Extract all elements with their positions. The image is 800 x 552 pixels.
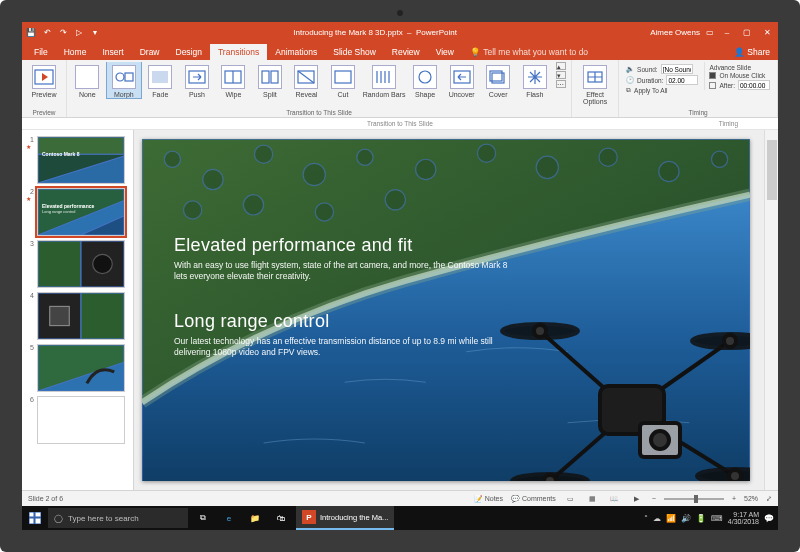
store-icon[interactable]: 🛍 [270, 507, 292, 529]
keyboard-icon[interactable]: ⌨ [711, 514, 723, 523]
tab-review[interactable]: Review [384, 44, 428, 60]
vertical-scrollbar[interactable] [764, 130, 778, 490]
undo-icon[interactable]: ↶ [42, 27, 52, 37]
none-icon [75, 65, 99, 89]
slide-body-1[interactable]: With an easy to use flight system, state… [174, 260, 508, 283]
start-button[interactable] [26, 509, 44, 527]
zoom-slider[interactable] [664, 498, 724, 500]
effect-options-button[interactable]: Effect Options [575, 62, 615, 105]
onedrive-icon[interactable]: ☁ [653, 514, 661, 523]
svg-rect-10 [335, 71, 351, 83]
on-click-checkbox[interactable] [709, 72, 716, 79]
thumbnail-5[interactable]: 5 [22, 342, 133, 394]
maximize-button[interactable]: ▢ [740, 28, 754, 37]
slide-canvas-area[interactable]: Elevated performance and fit With an eas… [134, 130, 778, 490]
transition-none[interactable]: None [70, 62, 105, 98]
notes-button[interactable]: 📝 Notes [474, 495, 503, 503]
slideshow-view-icon[interactable]: ▶ [630, 493, 644, 505]
sound-select[interactable] [661, 64, 693, 74]
battery-icon[interactable]: 🔋 [696, 514, 706, 523]
tab-file[interactable]: File [26, 44, 56, 60]
thumbnail-2[interactable]: 2★ Elevated performanceLong range contro… [22, 186, 133, 238]
start-slideshow-icon[interactable]: ▷ [74, 27, 84, 37]
zoom-level[interactable]: 52% [744, 495, 758, 502]
tell-me-search[interactable]: 💡 Tell me what you want to do [462, 44, 596, 60]
transition-reveal[interactable]: Reveal [289, 62, 324, 98]
tab-home[interactable]: Home [56, 44, 95, 60]
svg-point-36 [416, 159, 436, 179]
zoom-out-button[interactable]: − [652, 495, 656, 502]
close-button[interactable]: ✕ [760, 28, 774, 37]
system-tray[interactable]: ˄ ☁ 📶 🔊 🔋 ⌨ 9:17 AM 4/30/2018 💬 [644, 511, 774, 525]
gallery-scroll-down[interactable]: ▾ [556, 71, 566, 79]
wifi-icon[interactable]: 📶 [666, 514, 676, 523]
zoom-in-button[interactable]: + [732, 495, 736, 502]
thumbnail-3[interactable]: 3 [22, 238, 133, 290]
tray-expand-icon[interactable]: ˄ [644, 514, 648, 523]
taskbar-search[interactable]: ◯ Type here to search [48, 508, 188, 528]
slide[interactable]: Elevated performance and fit With an eas… [142, 139, 750, 481]
redo-icon[interactable]: ↷ [58, 27, 68, 37]
thumbnail-4[interactable]: 4 [22, 290, 133, 342]
after-input[interactable] [738, 80, 770, 90]
gallery-expand[interactable]: ⋯ [556, 80, 566, 88]
user-name[interactable]: Aimee Owens [650, 28, 700, 37]
preview-button[interactable]: Preview [25, 62, 63, 98]
tab-animations[interactable]: Animations [267, 44, 325, 60]
slide-heading-2[interactable]: Long range control [174, 311, 508, 332]
taskbar-clock[interactable]: 9:17 AM 4/30/2018 [728, 511, 759, 525]
volume-icon[interactable]: 🔊 [681, 514, 691, 523]
tab-transitions[interactable]: Transitions [210, 44, 267, 60]
svg-point-2 [116, 73, 124, 81]
apply-to-all-button[interactable]: ⧉Apply To All [626, 86, 698, 94]
thumbnail-1[interactable]: 1★ Contoso Mark 8 [22, 134, 133, 186]
normal-view-icon[interactable]: ▭ [564, 493, 578, 505]
slide-heading-1[interactable]: Elevated performance and fit [174, 235, 508, 256]
transition-fade[interactable]: Fade [143, 62, 178, 98]
tab-view[interactable]: View [428, 44, 462, 60]
taskbar-powerpoint-window[interactable]: P Introducing the Ma... [296, 506, 394, 530]
transition-uncover[interactable]: Uncover [444, 62, 479, 98]
transition-label: Split [263, 91, 277, 98]
after-checkbox[interactable] [709, 82, 716, 89]
thumbnail-6[interactable]: 6 [22, 394, 133, 446]
transition-split[interactable]: Split [253, 62, 288, 98]
file-explorer-icon[interactable]: 📁 [244, 507, 266, 529]
thumbnails-panel[interactable]: 1★ Contoso Mark 8 2★ Elevated performanc… [22, 130, 134, 490]
action-center-icon[interactable]: 💬 [764, 514, 774, 523]
transition-cut[interactable]: Cut [326, 62, 361, 98]
gallery-scroll-up[interactable]: ▴ [556, 62, 566, 70]
tab-draw[interactable]: Draw [132, 44, 168, 60]
minimize-button[interactable]: – [720, 28, 734, 37]
edge-icon[interactable]: e [218, 507, 240, 529]
comments-button[interactable]: 💬 Comments [511, 495, 556, 503]
transition-morph[interactable]: Morph [107, 62, 142, 98]
tab-design[interactable]: Design [168, 44, 210, 60]
ribbon-options-icon[interactable]: ▭ [706, 28, 714, 37]
transition-shape[interactable]: Shape [408, 62, 443, 98]
windows-taskbar: ◯ Type here to search ⧉ e 📁 🛍 P Introduc… [22, 506, 778, 530]
effect-options-icon [583, 65, 607, 89]
task-view-icon[interactable]: ⧉ [192, 507, 214, 529]
svg-point-39 [599, 148, 617, 166]
transition-cover[interactable]: Cover [481, 62, 516, 98]
sound-label: Sound: [637, 66, 658, 73]
slide-body-2[interactable]: Our latest technology has an effective t… [174, 336, 508, 359]
tab-slideshow[interactable]: Slide Show [325, 44, 384, 60]
transition-flash[interactable]: Flash [517, 62, 552, 98]
qat-dropdown-icon[interactable]: ▾ [90, 27, 100, 37]
tab-insert[interactable]: Insert [94, 44, 131, 60]
fit-to-window-icon[interactable]: ⤢ [766, 495, 772, 503]
duration-input[interactable] [666, 75, 698, 85]
transition-randombars[interactable]: Random Bars [362, 62, 406, 98]
shape-icon [413, 65, 437, 89]
reveal-icon [294, 65, 318, 89]
slide-text[interactable]: Elevated performance and fit With an eas… [174, 235, 508, 359]
reading-view-icon[interactable]: 📖 [608, 493, 622, 505]
svg-rect-26 [81, 293, 124, 339]
transition-wipe[interactable]: Wipe [216, 62, 251, 98]
save-icon[interactable]: 💾 [26, 27, 36, 37]
sorter-view-icon[interactable]: ▦ [586, 493, 600, 505]
share-button[interactable]: 👤 Share [726, 44, 778, 60]
transition-push[interactable]: Push [180, 62, 215, 98]
